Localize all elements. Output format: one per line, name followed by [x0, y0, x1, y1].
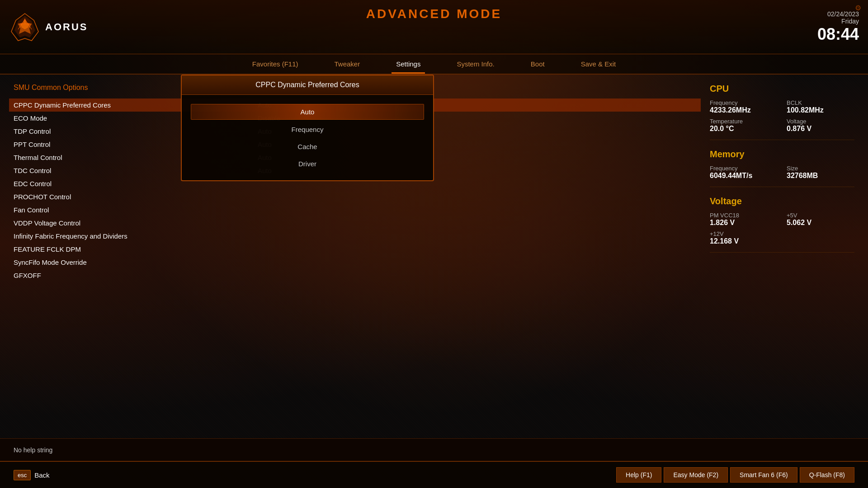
- 12v-label: +12V: [710, 230, 778, 237]
- esc-back-button[interactable]: esc Back: [14, 470, 50, 480]
- datetime: 02/24/2023 Friday 08:44: [817, 10, 859, 44]
- settings-label-vddp: VDDP Voltage Control: [14, 219, 258, 227]
- main-container: AORUS ADVANCED MODE 02/24/2023 Friday 08…: [0, 0, 868, 488]
- vcc18-value: 1.826 V: [710, 219, 778, 227]
- popup-option-auto[interactable]: Auto: [191, 104, 424, 120]
- settings-row-prochot[interactable]: PROCHOT Control: [14, 190, 696, 203]
- popup-option-frequency[interactable]: Frequency: [191, 122, 424, 137]
- settings-row-syncfifo[interactable]: SyncFifo Mode Override: [14, 256, 696, 269]
- smart-fan-button[interactable]: Smart Fan 6 (F6): [730, 467, 797, 483]
- nav-item-tweaker[interactable]: Tweaker: [330, 58, 365, 70]
- cpu-bclk-value: 100.82MHz: [787, 106, 854, 114]
- bottom-bar: No help string: [0, 438, 868, 461]
- logo-area: AORUS: [9, 11, 88, 43]
- settings-label-fancontrol: Fan Control: [14, 206, 258, 214]
- help-string: No help string: [14, 446, 52, 454]
- settings-row-vddp[interactable]: VDDP Voltage Control: [14, 216, 696, 230]
- settings-row-gfxoff[interactable]: GFXOFF: [14, 269, 696, 282]
- header-title: ADVANCED MODE: [366, 7, 502, 21]
- aorus-logo-icon: [9, 11, 41, 43]
- memory-info-grid: Frequency 6049.44MT/s Size 32768MB: [710, 165, 854, 180]
- footer-buttons: Help (F1) Easy Mode (F2) Smart Fan 6 (F6…: [616, 467, 854, 483]
- 12v-value: 12.168 V: [710, 237, 778, 245]
- footer: esc Back Help (F1) Easy Mode (F2) Smart …: [0, 461, 868, 488]
- settings-row-fclk[interactable]: FEATURE FCLK DPM: [14, 243, 696, 256]
- memory-title: Memory: [710, 149, 854, 160]
- qflash-button[interactable]: Q-Flash (F8): [800, 467, 854, 483]
- nav-item-saveexit[interactable]: Save & Exit: [576, 58, 621, 70]
- cpu-freq-value: 4233.26MHz: [710, 106, 778, 114]
- nav-bar: Favorites (F11) Tweaker Settings System …: [0, 54, 868, 75]
- cpu-info-grid: Frequency 4233.26MHz BCLK 100.82MHz Temp…: [710, 99, 854, 133]
- popup-option-cache[interactable]: Cache: [191, 139, 424, 154]
- vcc18-label: PM VCC18: [710, 212, 778, 219]
- cpu-temp-value: 20.0 °C: [710, 125, 778, 133]
- gear-icon: ⚙: [855, 4, 861, 12]
- content-area: SMU Common Options CPPC Dynamic Preferre…: [0, 75, 868, 438]
- header: AORUS ADVANCED MODE 02/24/2023 Friday 08…: [0, 0, 868, 54]
- voltage-title: Voltage: [710, 196, 854, 206]
- nav-item-settings[interactable]: Settings: [392, 58, 425, 70]
- nav-item-systeminfo[interactable]: System Info.: [452, 58, 499, 70]
- mem-size-value: 32768MB: [787, 172, 854, 180]
- cpu-section: CPU Frequency 4233.26MHz BCLK 100.82MHz …: [710, 84, 854, 140]
- voltage-info-grid: PM VCC18 1.826 V +5V 5.062 V +12V 12.168…: [710, 212, 854, 245]
- cpu-bclk-label: BCLK: [787, 99, 854, 106]
- datetime-date: 02/24/2023 Friday: [817, 10, 859, 25]
- 5v-value: 5.062 V: [787, 219, 854, 227]
- settings-row-infinity[interactable]: Infinity Fabric Frequency and Dividers: [14, 230, 696, 243]
- mem-size-label: Size: [787, 165, 854, 172]
- settings-label-fclk: FEATURE FCLK DPM: [14, 245, 258, 253]
- cppc-popup: CPPC Dynamic Preferred Cores Auto Freque…: [181, 75, 434, 181]
- settings-label-gfxoff: GFXOFF: [14, 272, 258, 279]
- settings-label-prochot: PROCHOT Control: [14, 193, 258, 201]
- cpu-freq-label: Frequency: [710, 99, 778, 106]
- voltage-section: Voltage PM VCC18 1.826 V +5V 5.062 V +12…: [710, 196, 854, 253]
- cpu-temp-label: Temperature: [710, 118, 778, 125]
- settings-label-infinity: Infinity Fabric Frequency and Dividers: [14, 232, 258, 240]
- right-panel: CPU Frequency 4233.26MHz BCLK 100.82MHz …: [710, 84, 854, 429]
- mem-freq-label: Frequency: [710, 165, 778, 172]
- mem-freq-value: 6049.44MT/s: [710, 172, 778, 180]
- cpu-voltage-label: Voltage: [787, 118, 854, 125]
- nav-item-favorites[interactable]: Favorites (F11): [248, 58, 303, 70]
- 5v-label: +5V: [787, 212, 854, 219]
- cpu-voltage-value: 0.876 V: [787, 125, 854, 133]
- popup-title: CPPC Dynamic Preferred Cores: [182, 75, 433, 95]
- easy-mode-button[interactable]: Easy Mode (F2): [664, 467, 728, 483]
- nav-item-boot[interactable]: Boot: [526, 58, 549, 70]
- cpu-title: CPU: [710, 84, 854, 94]
- back-label: Back: [34, 471, 49, 479]
- datetime-time: 08:44: [817, 25, 859, 44]
- popup-content: Auto Frequency Cache Driver: [182, 95, 433, 180]
- logo-text: AORUS: [45, 21, 88, 33]
- popup-option-driver[interactable]: Driver: [191, 156, 424, 171]
- help-button[interactable]: Help (F1): [616, 467, 661, 483]
- esc-key[interactable]: esc: [14, 470, 31, 480]
- settings-label-syncfifo: SyncFifo Mode Override: [14, 258, 258, 266]
- memory-section: Memory Frequency 6049.44MT/s Size 32768M…: [710, 149, 854, 187]
- settings-row-fancontrol[interactable]: Fan Control: [14, 203, 696, 216]
